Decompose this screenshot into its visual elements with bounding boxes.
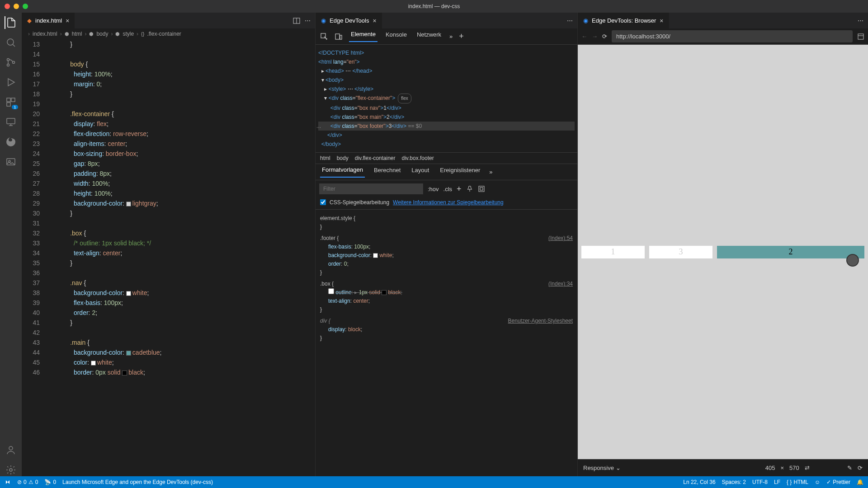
close-tab-icon[interactable]: × xyxy=(373,17,376,24)
page-preview[interactable]: 1 3 2 xyxy=(578,45,868,459)
tab-ereignislistener[interactable]: Ereignislistener xyxy=(438,167,482,177)
hov-toggle[interactable]: :hov xyxy=(428,186,439,192)
back-icon[interactable]: ← xyxy=(581,33,587,40)
dimension-separator: × xyxy=(780,465,784,471)
styles-toolbar: :hov .cls + xyxy=(316,180,577,197)
settings-gear-icon[interactable] xyxy=(5,464,17,476)
bell-icon[interactable]: 🔔 xyxy=(857,479,863,485)
more-actions-icon[interactable]: ⋯ xyxy=(858,17,863,24)
cls-toggle[interactable]: .cls xyxy=(443,186,453,192)
window-title: index.html — dev-css xyxy=(408,3,460,9)
address-bar-row: ← → ⟳ xyxy=(578,28,868,45)
breadcrumb-bar[interactable]: ›index.html ›⬢html ›⬢body ›⬢style ›{}.fl… xyxy=(22,28,315,39)
close-tab-icon[interactable]: × xyxy=(66,17,69,24)
more-actions-icon[interactable]: ⋯ xyxy=(305,17,311,24)
viewport-height[interactable]: 570 xyxy=(789,465,799,471)
overflow-icon[interactable]: » xyxy=(489,169,492,175)
edge-icon: ◉ xyxy=(321,17,326,24)
status-bar: ⊘ 0 ⚠ 0 📡 0 Launch Microsoft Edge and op… xyxy=(0,476,868,488)
tab-formatvorlagen[interactable]: Formatvorlagen xyxy=(320,166,365,178)
encoding[interactable]: UTF-8 xyxy=(752,479,768,485)
more-actions-icon[interactable]: ⋯ xyxy=(567,17,573,24)
launch-task[interactable]: Launch Microsoft Edge and open the Edge … xyxy=(62,479,213,485)
preview-box-3: 3 xyxy=(649,246,712,258)
code-content[interactable]: } body { height: 100%; margin: 0; } .fle… xyxy=(47,39,315,476)
run-debug-icon[interactable] xyxy=(5,76,17,89)
maximize-window-icon[interactable] xyxy=(23,4,28,9)
indent-setting[interactable]: Spaces: 2 xyxy=(722,479,746,485)
explorer-icon[interactable] xyxy=(5,16,17,29)
mirror-label: CSS-Spiegelbearbeitung xyxy=(330,199,389,206)
new-style-icon[interactable]: + xyxy=(457,184,462,194)
forward-icon[interactable]: → xyxy=(592,33,598,40)
devtools-tab[interactable]: ◉ Edge DevTools × xyxy=(316,13,382,28)
errors-count[interactable]: ⊘ 0 ⚠ 0 xyxy=(17,479,38,485)
css-mirror-row: CSS-Spiegelbearbeitung Weitere Informati… xyxy=(316,197,577,210)
inspect-icon[interactable] xyxy=(320,33,328,41)
browser-tabs: ◉ Edge DevTools: Browser × ⋯ xyxy=(578,13,868,28)
preview-box-1: 1 xyxy=(581,246,645,258)
computed-icon[interactable] xyxy=(478,185,485,192)
browser-tab[interactable]: ◉ Edge DevTools: Browser × xyxy=(578,13,669,28)
overflow-tabs-icon[interactable]: » xyxy=(449,33,453,40)
code-editor[interactable]: 1314151617181920212223242526272829303132… xyxy=(22,39,315,476)
edge-tools-icon[interactable] xyxy=(5,136,17,148)
svg-rect-18 xyxy=(858,34,863,39)
html-file-icon: ◆ xyxy=(27,17,32,24)
eol[interactable]: LF xyxy=(774,479,780,485)
url-input[interactable] xyxy=(612,30,853,42)
editor-tab-index[interactable]: ◆ index.html × xyxy=(22,13,75,28)
add-tab-icon[interactable]: + xyxy=(459,32,464,41)
source-control-icon[interactable] xyxy=(5,56,17,69)
tab-elemente[interactable]: Elemente xyxy=(349,31,377,42)
dom-tree[interactable]: <!DOCTYPE html><html lang="en"> ▸ <head>… xyxy=(316,45,577,152)
remote-indicator[interactable] xyxy=(5,479,11,485)
search-icon[interactable] xyxy=(5,36,17,49)
remote-explorer-icon[interactable] xyxy=(5,116,17,128)
close-tab-icon[interactable]: × xyxy=(660,17,663,24)
svg-point-3 xyxy=(13,61,15,64)
device-toggle-icon[interactable] xyxy=(335,33,343,41)
photo-icon[interactable] xyxy=(5,155,17,168)
account-icon[interactable] xyxy=(5,444,17,456)
styles-panel[interactable]: element.style {}.footer {(Index):54flex-… xyxy=(316,210,577,476)
window-controls[interactable] xyxy=(0,4,28,9)
split-editor-icon[interactable] xyxy=(293,17,300,24)
mirror-info-link[interactable]: Weitere Informationen zur Spiegelbearbei… xyxy=(393,199,504,206)
wand-icon[interactable]: ✎ xyxy=(847,465,852,471)
svg-point-0 xyxy=(7,39,14,45)
filter-input[interactable] xyxy=(319,183,423,194)
reload-icon[interactable]: ⟳ xyxy=(602,33,607,40)
close-window-icon[interactable] xyxy=(5,4,10,9)
rotate-icon[interactable]: ⇄ xyxy=(805,465,810,471)
ports-count[interactable]: 📡 0 xyxy=(44,479,56,485)
styles-tabs: Formatvorlagen Berechnet Layout Ereignis… xyxy=(316,164,577,180)
feedback-icon[interactable]: ☺ xyxy=(815,479,820,485)
device-select[interactable]: Responsive ⌄ xyxy=(583,465,621,471)
edge-icon: ◉ xyxy=(583,17,588,24)
svg-rect-4 xyxy=(7,98,10,102)
tab-berechnet[interactable]: Berechnet xyxy=(372,167,402,177)
browser-pane: ◉ Edge DevTools: Browser × ⋯ ← → ⟳ 1 3 2 xyxy=(578,13,868,476)
extensions-badge: 1 xyxy=(12,105,18,109)
tab-layout[interactable]: Layout xyxy=(410,167,431,177)
viewport-width[interactable]: 405 xyxy=(765,465,775,471)
activity-bar: 1 xyxy=(0,13,22,476)
language-mode[interactable]: { } HTML xyxy=(787,479,808,485)
open-tools-icon[interactable] xyxy=(857,33,864,40)
cursor-position[interactable]: Ln 22, Col 36 xyxy=(683,479,715,485)
tab-netzwerk[interactable]: Netzwerk xyxy=(415,31,443,42)
svg-point-11 xyxy=(9,469,12,471)
prettier-status[interactable]: ✓ Prettier xyxy=(826,479,850,485)
selector-path[interactable]: html body div.flex-container div.box.foo… xyxy=(316,152,577,164)
pin-icon[interactable] xyxy=(466,185,473,192)
svg-point-2 xyxy=(7,64,9,66)
svg-rect-7 xyxy=(7,118,15,124)
svg-rect-17 xyxy=(480,188,483,190)
mirror-checkbox[interactable] xyxy=(320,199,326,205)
refresh-preview-icon[interactable]: ⟳ xyxy=(858,465,863,471)
tab-konsole[interactable]: Konsole xyxy=(384,31,409,42)
minimize-window-icon[interactable] xyxy=(14,4,19,9)
extensions-icon[interactable]: 1 xyxy=(5,96,17,108)
svg-point-10 xyxy=(9,446,13,450)
